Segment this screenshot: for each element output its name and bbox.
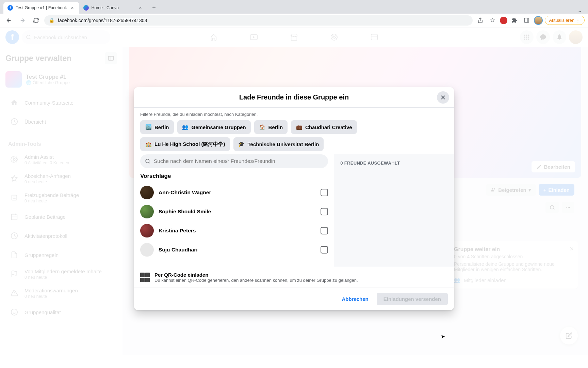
selected-count: 0 FREUNDE AUSGEWÄHLT: [340, 160, 448, 166]
home-icon: 🏠: [259, 124, 266, 131]
school-icon: 🏫: [145, 141, 152, 148]
share-icon[interactable]: [475, 15, 486, 26]
filter-pills: 🏙️ Berlin 👥 Gemeinsame Gruppen 🏠 Berlin …: [140, 120, 448, 151]
star-icon[interactable]: ☆: [488, 15, 498, 26]
browser-chrome: f Test Gruppe #1 | Facebook × Home - Can…: [0, 0, 588, 28]
friend-search[interactable]: [140, 154, 328, 168]
canva-favicon-icon: [83, 5, 89, 11]
close-icon: [440, 94, 446, 101]
svg-rect-0: [524, 18, 529, 22]
address-bar[interactable]: 🔒 facebook.com/groups/1187626598741303: [44, 15, 473, 26]
friend-checkbox[interactable]: [321, 208, 328, 215]
tab-title: Home - Canva: [92, 5, 135, 10]
svg-line-37: [149, 162, 150, 163]
filter-label: Filtere Freunde, die du einladen möchtes…: [140, 112, 448, 117]
modal-left-panel: Vorschläge Ann-Christin Wagner Sophie Sh…: [134, 154, 334, 267]
pill-label: Lu He High School (潞河中学): [154, 141, 225, 148]
browser-tab-fb[interactable]: f Test Gruppe #1 | Facebook ×: [3, 2, 79, 14]
friend-avatar: [140, 186, 154, 199]
friend-avatar: [140, 243, 154, 257]
invite-modal: Lade Freunde in diese Gruppe ein Filtere…: [134, 87, 454, 310]
modal-header: Lade Freunde in diese Gruppe ein: [134, 87, 454, 108]
facebook-favicon-icon: f: [7, 5, 13, 11]
profile-avatar[interactable]: [534, 16, 543, 25]
browser-toolbar: 🔒 facebook.com/groups/1187626598741303 ☆…: [0, 14, 588, 27]
filter-section: Filtere Freunde, die du einladen möchtes…: [134, 108, 454, 154]
pill-label: Gemeinsame Gruppen: [192, 124, 246, 130]
friend-avatar: [140, 224, 154, 237]
filter-pill-common-groups[interactable]: 👥 Gemeinsame Gruppen: [177, 120, 251, 134]
school-icon: 🎓: [238, 141, 245, 148]
close-icon[interactable]: ×: [70, 5, 75, 11]
qr-invite-row[interactable]: Per QR-Code einladen Du kannst einen QR-…: [134, 267, 454, 288]
url-text: facebook.com/groups/1187626598741303: [58, 18, 147, 23]
panel-icon[interactable]: [522, 15, 532, 26]
friend-row[interactable]: Ann-Christin Wagner: [140, 183, 328, 202]
pill-label: Berlin: [268, 124, 283, 130]
filter-pill-berlin-home[interactable]: 🏠 Berlin: [254, 120, 288, 134]
friend-name: Ann-Christin Wagner: [159, 189, 316, 196]
back-button[interactable]: [3, 15, 14, 26]
modal-footer: Abbrechen Einladungen versenden: [134, 288, 454, 310]
search-icon: [145, 158, 150, 164]
friend-row[interactable]: Kristina Peters: [140, 221, 328, 240]
groups-icon: 👥: [182, 124, 189, 131]
reload-button[interactable]: [31, 15, 42, 26]
modal-right-panel: 0 FREUNDE AUSGEWÄHLT: [334, 154, 454, 267]
friend-checkbox[interactable]: [321, 189, 328, 196]
lock-icon: 🔒: [49, 18, 54, 23]
qr-title: Per QR-Code einladen: [154, 272, 358, 278]
extension-adblock-icon[interactable]: [500, 17, 507, 24]
tab-strip: f Test Gruppe #1 | Facebook × Home - Can…: [0, 0, 588, 14]
briefcase-icon: 💼: [296, 124, 303, 131]
friend-row[interactable]: Sophie Should Smile: [140, 202, 328, 221]
new-tab-button[interactable]: +: [149, 3, 159, 13]
friend-avatar: [140, 205, 154, 218]
friend-name: Kristina Peters: [159, 228, 316, 234]
mouse-cursor: ➤: [441, 333, 445, 340]
browser-tab-canva[interactable]: Home - Canva ×: [79, 2, 147, 14]
city-icon: 🏙️: [145, 124, 152, 131]
friend-name: Sophie Should Smile: [159, 209, 316, 215]
pill-label: Technische Universität Berlin: [248, 141, 319, 147]
more-icon: ⋮: [576, 18, 580, 23]
extensions-icon[interactable]: [509, 15, 520, 26]
send-invites-button[interactable]: Einladungen versenden: [377, 293, 448, 305]
qr-code-icon: [140, 273, 150, 282]
svg-point-36: [146, 159, 149, 163]
friend-search-input[interactable]: [154, 158, 323, 164]
friend-row[interactable]: Suju Chaudhari: [140, 240, 328, 259]
modal-title: Lade Freunde in diese Gruppe ein: [140, 93, 448, 101]
tab-title: Test Gruppe #1 | Facebook: [16, 5, 67, 10]
filter-pill-berlin[interactable]: 🏙️ Berlin: [140, 120, 174, 134]
friend-name: Suju Chaudhari: [159, 247, 316, 253]
friend-checkbox[interactable]: [321, 227, 328, 234]
update-button[interactable]: Aktualisieren ⋮: [545, 16, 585, 25]
filter-pill-work[interactable]: 💼 Chaudhari Creative: [291, 120, 357, 134]
filter-pill-school-2[interactable]: 🎓 Technische Universität Berlin: [233, 137, 324, 151]
cancel-button[interactable]: Abbrechen: [336, 293, 374, 305]
qr-desc: Du kannst einen QR-Code generieren, den …: [154, 278, 358, 283]
toolbar-right: ☆ Aktualisieren ⋮: [475, 15, 585, 26]
suggestions-title: Vorschläge: [140, 173, 328, 180]
chevron-down-icon[interactable]: ⌄: [577, 7, 585, 14]
update-label: Aktualisieren: [549, 18, 574, 23]
close-icon[interactable]: ×: [138, 5, 143, 11]
friend-checkbox[interactable]: [321, 246, 328, 254]
pill-label: Chaudhari Creative: [305, 124, 352, 130]
forward-button[interactable]: [17, 15, 28, 26]
pill-label: Berlin: [154, 124, 169, 130]
modal-close-button[interactable]: [437, 91, 449, 104]
filter-pill-school-1[interactable]: 🏫 Lu He High School (潞河中学): [140, 137, 230, 151]
